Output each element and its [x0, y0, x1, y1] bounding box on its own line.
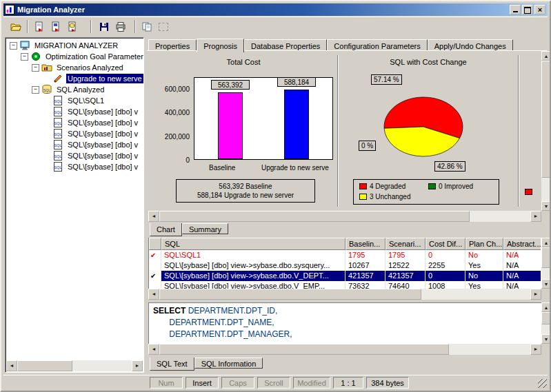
- svg-text:SQL: SQL: [43, 88, 50, 92]
- cell-scenario: 74640: [385, 281, 425, 289]
- scroll-up-icon[interactable]: [541, 238, 551, 247]
- column-header-check[interactable]: [149, 238, 161, 250]
- sql-text-editor[interactable]: SELECT DEPARTMENT.DPT_ID, DEPARTMENT.DPT…: [148, 302, 541, 344]
- scrollbar-corner: [541, 211, 551, 222]
- tree-hscrollbar[interactable]: [6, 360, 143, 371]
- collapse-icon[interactable]: [10, 42, 17, 50]
- tree-item-sql[interactable]: SQL SQL\[sybase] [dbo] v: [6, 117, 143, 128]
- scrollbar-thumb[interactable]: [159, 211, 470, 222]
- scrollbar-track[interactable]: [159, 344, 530, 355]
- tree-item-migration-analyzer[interactable]: MIGRATION ANALYZER: [6, 40, 143, 51]
- scroll-down-icon[interactable]: [541, 334, 551, 344]
- print-button[interactable]: [112, 19, 129, 34]
- titlebar[interactable]: Migration Analyzer: [3, 3, 548, 16]
- tab-database-properties[interactable]: Database Properties: [244, 39, 327, 51]
- tree-item-sql-analyzed[interactable]: SQL SQL Analyzed: [6, 84, 143, 95]
- sql-view-tabs: SQL TextSQL Information: [150, 356, 263, 371]
- table-row-selected[interactable]: SQL\[sybase] [dbo] view->sybase.dbo.V_DE…: [149, 271, 541, 281]
- scrollbar-track[interactable]: [159, 289, 530, 300]
- collapse-icon[interactable]: [32, 64, 39, 72]
- collapse-icon[interactable]: [32, 86, 39, 94]
- scroll-right-icon[interactable]: [530, 289, 541, 300]
- scroll-up-icon[interactable]: [541, 51, 551, 61]
- sql-line: SELECT DEPARTMENT.DPT_ID,: [153, 305, 537, 317]
- cell-baseline: 10267: [345, 260, 385, 271]
- scrollbar-thumb[interactable]: [159, 289, 421, 300]
- window-title: Migration Analyzer: [17, 6, 510, 14]
- tree-item-sql[interactable]: SQL SQL\[sybase] [dbo] v: [6, 106, 143, 117]
- tree-item-sql[interactable]: SQL SQL\[sybase] [dbo] v: [6, 150, 143, 161]
- tree-item-label: SQL\[sybase] [dbo] v: [66, 107, 139, 116]
- scrollbar-track[interactable]: [541, 61, 551, 201]
- tab-configuration-parameters[interactable]: Configuration Parameters: [327, 39, 427, 51]
- scrollbar-thumb[interactable]: [541, 61, 551, 178]
- scroll-right-icon[interactable]: [530, 344, 541, 355]
- tree-item-sql[interactable]: SQL SQL\SQL1: [6, 95, 143, 106]
- tab-sql-information[interactable]: SQL Information: [194, 358, 263, 369]
- scroll-left-icon[interactable]: [148, 211, 159, 222]
- tab-chart[interactable]: Chart: [150, 223, 182, 236]
- scroll-right-icon[interactable]: [530, 211, 541, 222]
- table-row[interactable]: SQL\[sybase] [dbo] view->sybase.dbo.V_EM…: [149, 281, 541, 289]
- export-report-button-2[interactable]: [48, 19, 64, 34]
- tree-item-label: SQL\[sybase] [dbo] v: [66, 162, 139, 172]
- open-button[interactable]: [8, 19, 24, 34]
- scroll-down-icon[interactable]: [541, 201, 551, 211]
- grid-vscrollbar[interactable]: [541, 238, 551, 289]
- maximize-button[interactable]: [522, 5, 533, 14]
- column-header-scenario[interactable]: Scenari...: [385, 238, 425, 250]
- table-row[interactable]: SQL\SQL1 1795 1795 0 No N/A: [149, 250, 541, 260]
- scroll-down-icon[interactable]: [541, 279, 551, 289]
- scroll-right-icon[interactable]: [132, 360, 143, 371]
- row-check-cell: [149, 271, 161, 281]
- cost-bar: [284, 90, 309, 159]
- chart-vscrollbar[interactable]: [541, 51, 551, 211]
- minimize-button[interactable]: [510, 5, 521, 14]
- tree-item-sql[interactable]: SQL SQL\[sybase] [dbo] v: [6, 139, 143, 150]
- tab-sql-text[interactable]: SQL Text: [150, 358, 194, 371]
- scrollbar-thumb[interactable]: [541, 312, 551, 324]
- column-header-abstract[interactable]: Abstract...: [503, 238, 541, 250]
- column-header-sql[interactable]: SQL: [161, 238, 345, 250]
- tree-item-optimization-goal[interactable]: Optimization Goal Parameter: [6, 51, 143, 62]
- scroll-left-icon[interactable]: [148, 289, 159, 300]
- export-report-button-1[interactable]: [31, 19, 48, 34]
- scroll-left-icon[interactable]: [6, 360, 17, 371]
- tree-item-upgrade-scenario[interactable]: Upgrade to new serve: [6, 73, 143, 84]
- save-button[interactable]: [96, 19, 112, 34]
- grid-hscrollbar[interactable]: [148, 289, 541, 300]
- export-report-button-3[interactable]: [64, 19, 81, 34]
- scrollbar-track[interactable]: [541, 247, 551, 279]
- collapse-icon[interactable]: [21, 53, 28, 61]
- tab-summary[interactable]: Summary: [182, 223, 228, 234]
- copy-button[interactable]: [139, 19, 155, 34]
- resize-grip[interactable]: [538, 379, 547, 388]
- report-page-icon: [34, 21, 45, 32]
- tree-item-sql[interactable]: SQL SQL\[sybase] [dbo] v: [6, 161, 143, 172]
- close-button[interactable]: [534, 5, 545, 14]
- sql-page-icon: SQL: [52, 139, 63, 150]
- table-row[interactable]: SQL\[sybase] [dbo] view->sybase.dbo.sysq…: [149, 260, 541, 271]
- scrollbar-track[interactable]: [17, 360, 132, 371]
- tab-properties[interactable]: Properties: [148, 39, 197, 51]
- sql-vscrollbar[interactable]: [541, 302, 551, 344]
- column-header-cost-dif[interactable]: Cost Dif...: [425, 238, 465, 250]
- scroll-left-icon[interactable]: [148, 344, 159, 355]
- chart-hscrollbar[interactable]: [148, 211, 541, 222]
- tab-prognosis[interactable]: Prognosis: [197, 39, 244, 52]
- tab-apply-undo-changes[interactable]: Apply/Undo Changes: [428, 39, 513, 51]
- check-icon: [150, 271, 156, 280]
- scrollbar-thumb[interactable]: [17, 360, 72, 371]
- scrollbar-thumb[interactable]: [541, 247, 551, 268]
- scrollbar-track[interactable]: [159, 211, 530, 222]
- scroll-up-icon[interactable]: [541, 302, 551, 312]
- column-header-baseline[interactable]: Baselin...: [345, 238, 385, 250]
- selection-rectangle-icon: [159, 23, 168, 31]
- scrollbar-thumb[interactable]: [159, 344, 449, 355]
- tree-item-sql[interactable]: SQL SQL\[sybase] [dbo] v: [6, 128, 143, 139]
- column-header-plan-ch[interactable]: Plan Ch...: [465, 238, 503, 250]
- scrollbar-track[interactable]: [541, 312, 551, 334]
- tree-item-scenarios-analyzed[interactable]: Scenarios Analyzed: [6, 62, 143, 73]
- tree-item-label: SQL\[sybase] [dbo] v: [66, 140, 139, 149]
- sql-hscrollbar[interactable]: [148, 344, 541, 355]
